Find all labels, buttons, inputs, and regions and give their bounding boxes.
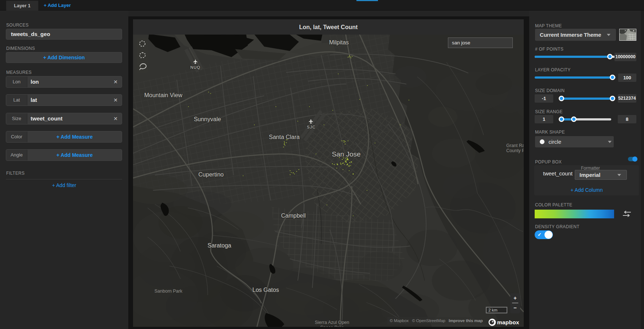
svg-text:Mountain View: Mountain View — [144, 92, 183, 98]
svg-text:NUQ: NUQ — [190, 65, 200, 70]
svg-text:Grant Ranc: Grant Ranc — [506, 143, 524, 148]
svg-text:Sierra Azul Open: Sierra Azul Open — [315, 320, 350, 325]
svg-text:Milpitas: Milpitas — [329, 39, 349, 45]
svg-text:Sanborn Park: Sanborn Park — [155, 289, 183, 294]
svg-text:Space Pres: Space Pres — [320, 325, 344, 327]
svg-text:Los Gatos: Los Gatos — [253, 287, 279, 293]
svg-text:mapbox: mapbox — [497, 319, 519, 325]
svg-text:Saratoga: Saratoga — [208, 242, 231, 249]
svg-text:San Jose: San Jose — [332, 150, 360, 158]
svg-text:Sunnyvale: Sunnyvale — [194, 116, 221, 122]
svg-text:Santa Clara: Santa Clara — [269, 134, 300, 140]
svg-text:Campbell: Campbell — [281, 213, 306, 219]
svg-text:Cupertino: Cupertino — [198, 171, 223, 178]
svg-text:SJC: SJC — [307, 125, 316, 129]
svg-text:County Par: County Par — [506, 148, 524, 153]
